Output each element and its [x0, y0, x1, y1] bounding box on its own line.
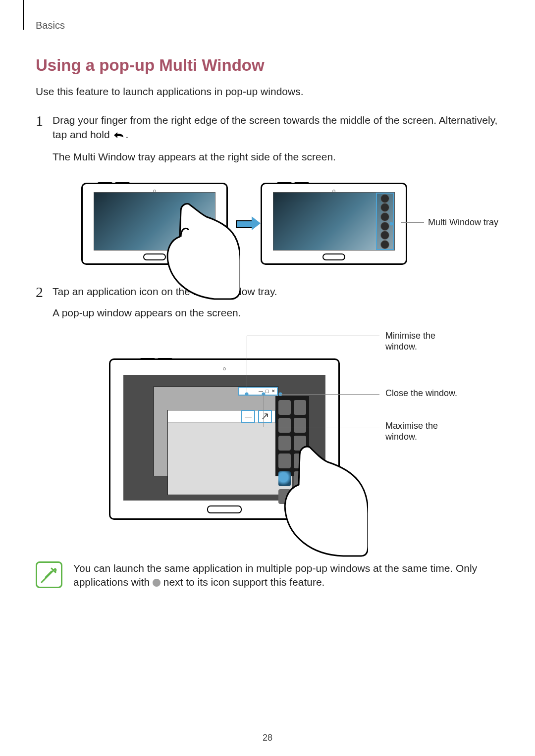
figure-popup-window: —▢✕ —	[109, 339, 499, 542]
section-intro: Use this feature to launch applications …	[36, 85, 499, 99]
step-1-number: 1	[36, 113, 53, 171]
multi-window-tray	[376, 193, 394, 250]
popup-window-front: —	[167, 410, 292, 495]
multi-window-tray-big	[275, 396, 309, 476]
multiwindow-indicator-icon	[153, 579, 160, 587]
popup-back-titlebar: —▢✕	[238, 387, 278, 396]
minimise-button-icon: —	[241, 410, 255, 423]
note-icon	[36, 561, 62, 588]
step-1-text-1: Drag your finger from the right edge of …	[53, 113, 499, 143]
tablet-before	[81, 183, 228, 265]
back-icon	[112, 129, 125, 143]
callout-multi-window-tray: Multi Window tray	[428, 217, 498, 228]
tablet-after	[261, 183, 407, 265]
callout-close: Close the window.	[385, 388, 460, 399]
step-2-text-1: Tap an application icon on the Multi Win…	[53, 285, 499, 299]
step-2: 2 Tap an application icon on the Multi W…	[30, 285, 499, 327]
section-title: Using a pop-up Multi Window	[36, 56, 499, 75]
callout-maximise: Maximise the window.	[385, 421, 465, 442]
note: You can launch the same application in m…	[36, 561, 499, 590]
step-1-text-2: The Multi Window tray appears at the rig…	[53, 150, 499, 164]
note-text: You can launch the same application in m…	[73, 561, 499, 590]
figure-swipe-to-open-tray: Multi Window tray	[81, 183, 499, 265]
callout-minimise: Minimise the window.	[385, 331, 460, 352]
step-1: 1 Drag your finger from the right edge o…	[30, 113, 499, 171]
step-2-number: 2	[36, 285, 53, 327]
breadcrumb: Basics	[36, 20, 499, 31]
tablet-popup: —▢✕ —	[109, 358, 340, 520]
step-2-text-2: A pop-up window appears on the screen.	[53, 306, 499, 320]
page-number: 28	[0, 733, 535, 743]
maximise-button-icon	[258, 410, 272, 423]
